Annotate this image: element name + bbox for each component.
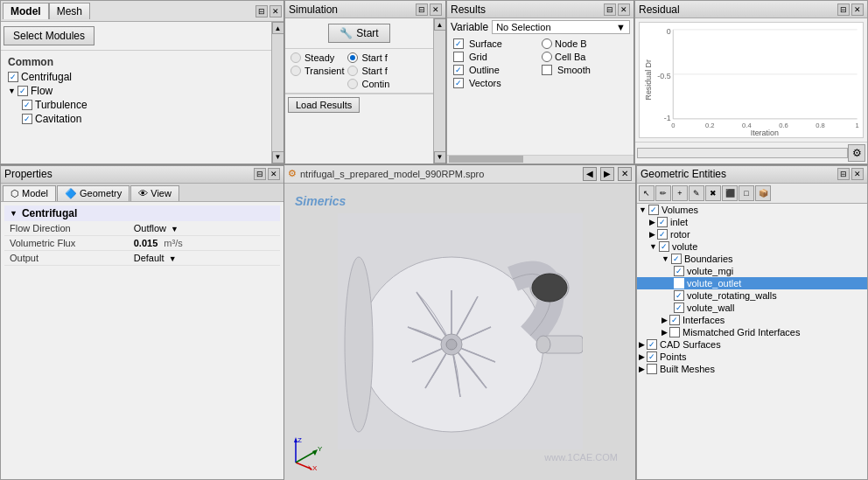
- start-f1-radio-item[interactable]: Start f: [347, 52, 389, 64]
- scroll-down-arrow[interactable]: ▼: [272, 151, 284, 163]
- residual-slider[interactable]: [637, 148, 848, 158]
- geo-item-volute-outlet[interactable]: volute_outlet: [637, 277, 867, 289]
- built-meshes-expand[interactable]: ▶: [639, 365, 645, 373]
- volute-expand[interactable]: ▼: [649, 242, 657, 251]
- geo-tool-4[interactable]: ✎: [689, 185, 704, 201]
- turbulence-checkbox[interactable]: [22, 100, 32, 110]
- residual-close-btn[interactable]: ✕: [851, 3, 864, 16]
- geo-item-inlet[interactable]: ▶ inlet: [637, 216, 867, 228]
- geo-close-btn[interactable]: ✕: [851, 168, 864, 180]
- contin-radio-item[interactable]: Contin: [347, 78, 389, 90]
- cell-ba-radio[interactable]: [542, 52, 552, 62]
- built-meshes-checkbox[interactable]: [647, 364, 657, 374]
- centrifugal-checkbox[interactable]: [8, 72, 18, 82]
- geo-tool-8[interactable]: 📦: [755, 185, 771, 201]
- start-f2-radio[interactable]: [347, 66, 358, 76]
- cad-surfaces-expand[interactable]: ▶: [639, 340, 645, 349]
- geo-item-volumes[interactable]: ▼ Volumes: [637, 204, 867, 216]
- output-dropdown[interactable]: ▼: [169, 254, 177, 263]
- volumes-checkbox[interactable]: [648, 205, 659, 215]
- interfaces-checkbox[interactable]: [669, 315, 680, 325]
- geo-item-rotor[interactable]: ▶ rotor: [637, 228, 867, 240]
- rotor-checkbox[interactable]: [657, 229, 668, 240]
- smooth-checkbox[interactable]: [542, 65, 552, 75]
- inlet-checkbox[interactable]: [657, 217, 668, 227]
- tab-view-props[interactable]: 👁 View: [130, 185, 179, 201]
- tree-item-flow[interactable]: ▼ Flow: [4, 84, 268, 98]
- props-close-btn[interactable]: ✕: [268, 168, 280, 180]
- inlet-expand[interactable]: ▶: [649, 218, 655, 226]
- points-checkbox[interactable]: [647, 351, 657, 362]
- mismatched-checkbox[interactable]: [669, 327, 680, 337]
- volute-checkbox[interactable]: [659, 241, 669, 252]
- geo-tool-6[interactable]: ⬛: [722, 185, 738, 201]
- sim-scroll-up[interactable]: ▲: [434, 18, 446, 31]
- cavitation-checkbox[interactable]: [22, 114, 32, 124]
- volumetric-flux-value[interactable]: 0.015 m³/s: [129, 235, 280, 250]
- flow-direction-dropdown[interactable]: ▼: [171, 225, 178, 233]
- grid-checkbox[interactable]: [453, 52, 464, 62]
- tree-item-turbulence[interactable]: Turbulence: [4, 98, 268, 112]
- volute-rw-checkbox[interactable]: [674, 290, 684, 301]
- tab-model-props[interactable]: ⬡ Model: [3, 185, 56, 201]
- results-close-btn[interactable]: ✕: [618, 3, 630, 16]
- geo-tool-2[interactable]: ✏: [655, 185, 671, 201]
- residual-restore-btn[interactable]: ⊟: [837, 3, 850, 16]
- variable-selector[interactable]: No Selection ▼: [492, 20, 630, 34]
- tree-item-centrifugal[interactable]: Centrifugal: [4, 70, 268, 84]
- viewport-3d-view[interactable]: Simerics: [284, 184, 635, 481]
- volumes-expand[interactable]: ▼: [639, 205, 647, 214]
- geo-item-cad-surfaces[interactable]: ▶ CAD Surfaces: [637, 338, 867, 351]
- centrifugal-props-expand[interactable]: ▼: [10, 209, 18, 218]
- node-b-item[interactable]: Node B: [541, 38, 628, 50]
- geo-restore-btn[interactable]: ⊟: [837, 168, 850, 180]
- steady-radio-item[interactable]: Steady: [290, 52, 344, 64]
- tree-item-cavitation[interactable]: Cavitation: [4, 112, 268, 126]
- transient-radio[interactable]: [290, 66, 301, 76]
- scroll-up-arrow[interactable]: ▲: [272, 22, 284, 34]
- vectors-item[interactable]: Vectors: [452, 77, 540, 89]
- geo-item-boundaries[interactable]: ▼ Boundaries: [637, 253, 867, 265]
- surface-checkbox[interactable]: [453, 38, 464, 49]
- flow-direction-value[interactable]: Outflow ▼: [129, 221, 280, 236]
- flow-expand-icon[interactable]: ▼: [8, 87, 16, 95]
- steady-radio[interactable]: [290, 52, 301, 63]
- points-expand[interactable]: ▶: [639, 352, 645, 361]
- geo-item-volute-mgi[interactable]: volute_mgi: [637, 265, 867, 277]
- geo-tool-3[interactable]: +: [672, 185, 688, 201]
- cad-surfaces-checkbox[interactable]: [647, 339, 657, 350]
- vectors-checkbox[interactable]: [453, 78, 464, 88]
- flow-checkbox[interactable]: [18, 86, 28, 96]
- load-results-button[interactable]: Load Results: [288, 97, 360, 113]
- start-f1-radio[interactable]: [347, 52, 358, 63]
- volute-outlet-checkbox[interactable]: [674, 278, 684, 289]
- tab-model[interactable]: Model: [3, 3, 49, 19]
- geo-item-mismatched[interactable]: ▶ Mismatched Grid Interfaces: [637, 326, 867, 338]
- geo-item-built-meshes[interactable]: ▶ Built Meshes: [637, 363, 867, 375]
- boundaries-expand[interactable]: ▼: [662, 254, 669, 263]
- model-restore-btn[interactable]: ⊟: [256, 5, 268, 17]
- start-button[interactable]: 🔧 Start: [328, 24, 389, 43]
- sim-scroll-down[interactable]: ▼: [434, 151, 446, 163]
- contin-radio[interactable]: [347, 79, 358, 89]
- surface-item[interactable]: Surface: [452, 38, 540, 50]
- sim-close-btn[interactable]: ✕: [430, 3, 442, 16]
- props-restore-btn[interactable]: ⊟: [254, 168, 266, 180]
- next-file-btn[interactable]: ▶: [600, 167, 614, 181]
- rotor-expand[interactable]: ▶: [649, 230, 655, 239]
- volute-mgi-checkbox[interactable]: [674, 266, 684, 276]
- output-value[interactable]: Default ▼: [129, 250, 280, 265]
- cell-ba-item[interactable]: Cell Ba: [541, 51, 628, 63]
- start-f2-radio-item[interactable]: Start f: [347, 65, 389, 77]
- residual-settings-btn[interactable]: ⚙: [848, 144, 865, 162]
- transient-radio-item[interactable]: Transient: [290, 65, 344, 77]
- geo-tool-7[interactable]: □: [738, 185, 754, 201]
- geo-tool-5[interactable]: ✖: [705, 185, 721, 201]
- close-file-btn[interactable]: ✕: [618, 167, 632, 181]
- sim-restore-btn[interactable]: ⊟: [416, 3, 428, 16]
- tab-mesh[interactable]: Mesh: [49, 3, 90, 19]
- results-restore-btn[interactable]: ⊟: [604, 3, 616, 16]
- outline-item[interactable]: Outline: [452, 64, 540, 76]
- prev-file-btn[interactable]: ◀: [583, 167, 597, 181]
- select-modules-button[interactable]: Select Modules: [4, 26, 94, 45]
